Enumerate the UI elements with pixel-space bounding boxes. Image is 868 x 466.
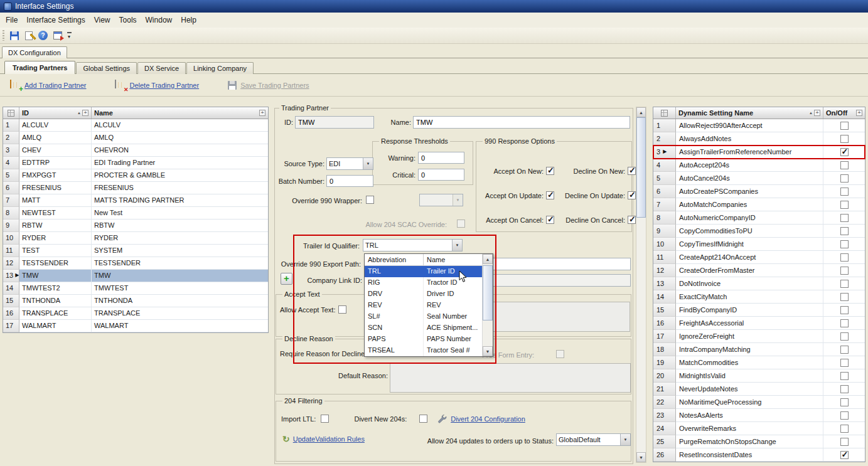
response-option-checkbox[interactable] xyxy=(628,216,636,224)
onoff-checkbox[interactable] xyxy=(840,319,849,327)
response-option-checkbox[interactable] xyxy=(546,167,554,175)
setting-name-cell[interactable]: NeverUpdateNotes xyxy=(676,383,823,396)
warning-field[interactable] xyxy=(418,152,464,164)
toolbar-gripper[interactable] xyxy=(3,30,4,41)
partner-id-cell[interactable]: TEST xyxy=(19,245,92,257)
onoff-checkbox[interactable] xyxy=(840,359,849,367)
partner-id-cell[interactable]: AMLQ xyxy=(19,132,92,144)
setting-row[interactable]: 26ResetInconsistentDates xyxy=(653,448,865,462)
setting-onoff-cell[interactable] xyxy=(823,317,865,330)
menu-interface-settings[interactable]: Interface Settings xyxy=(22,14,89,26)
partner-row[interactable]: 3CHEVCHEVRON xyxy=(3,144,268,157)
add-trading-partner-button[interactable]: Add Trading Partner xyxy=(10,80,86,90)
corner-header-cell[interactable] xyxy=(3,107,19,119)
add-company-link-button[interactable]: + xyxy=(281,273,292,285)
setting-row[interactable]: 15FindByCompanyID xyxy=(653,304,865,317)
partner-id-cell[interactable]: RYDER xyxy=(19,232,92,245)
setting-onoff-cell[interactable] xyxy=(823,159,865,172)
setting-row[interactable]: 25PurgeRematchOnStopsChange xyxy=(653,435,865,448)
partner-name-cell[interactable]: FRESENIUS xyxy=(92,182,268,194)
setting-name-cell[interactable]: FreightAsAccessorial xyxy=(676,317,823,330)
column-header-name[interactable]: Name + xyxy=(92,107,268,119)
partner-id-cell[interactable]: FRESENIUS xyxy=(19,182,92,194)
partner-row[interactable]: 15TNTHONDATNTHONDA xyxy=(3,295,268,307)
setting-row[interactable]: 19MatchCommodities xyxy=(653,356,865,369)
response-option-checkbox[interactable] xyxy=(546,191,554,199)
setting-row[interactable]: 16FreightAsAccessorial xyxy=(653,317,865,330)
scrollbar-thumb[interactable] xyxy=(483,265,493,320)
setting-row[interactable]: 7AutoMatchCompanies xyxy=(653,198,865,211)
tab-trading-partners[interactable]: Trading Partners xyxy=(4,61,75,74)
menu-file[interactable]: File xyxy=(1,14,22,26)
partner-row[interactable]: 4EDTTRPEDI Trading Partner xyxy=(3,157,268,169)
dropdown-scrollbar[interactable]: ▲ ▼ xyxy=(482,254,493,356)
onoff-checkbox[interactable] xyxy=(840,451,849,459)
menu-tools[interactable]: Tools xyxy=(115,14,141,26)
panel-scrollbar[interactable]: ▲ ▼ xyxy=(636,107,646,463)
setting-row[interactable]: 6AutoCreatePSCompanies xyxy=(653,185,865,198)
setting-onoff-cell[interactable] xyxy=(823,435,865,448)
partner-name-cell[interactable]: MATTS TRADING PARTNER xyxy=(92,194,268,207)
column-header-dynamic-setting-name[interactable]: Dynamic Setting Name ▲+ xyxy=(676,107,823,119)
setting-row[interactable]: 9CopyCommoditiesToPU xyxy=(653,225,865,238)
corner-header-cell[interactable] xyxy=(653,107,676,119)
partner-id-cell[interactable]: TMWTEST2 xyxy=(19,282,92,295)
partner-id-cell[interactable]: FMXPGGT xyxy=(19,169,92,182)
setting-onoff-cell[interactable] xyxy=(823,448,865,462)
partner-id-cell[interactable]: TESTSENDER xyxy=(19,257,92,270)
onoff-checkbox[interactable] xyxy=(840,346,849,354)
save-button[interactable] xyxy=(7,29,21,43)
setting-row[interactable]: 22NoMaritimeQueProcessing xyxy=(653,396,865,409)
partner-row[interactable]: 7MATTMATTS TRADING PARTNER xyxy=(3,194,268,207)
scroll-up-icon[interactable]: ▲ xyxy=(636,107,646,117)
partner-name-cell[interactable]: RYDER xyxy=(92,232,268,245)
setting-row[interactable]: 21NeverUpdateNotes xyxy=(653,383,865,396)
partner-name-cell[interactable]: PROCTER & GAMBLE xyxy=(92,169,268,182)
setting-name-cell[interactable]: MatchCommodities xyxy=(676,356,823,369)
scrollbar-thumb[interactable] xyxy=(636,117,646,218)
import-ltl-checkbox[interactable] xyxy=(321,415,329,423)
setting-onoff-cell[interactable] xyxy=(823,172,865,185)
allow-204-updates-status-select[interactable]: GlobalDefault ▼ xyxy=(556,433,631,446)
divert-new-204s-checkbox[interactable] xyxy=(419,415,427,423)
scrollbar-track[interactable] xyxy=(483,264,493,346)
partner-row[interactable]: 16TRANSPLACETRANSPLACE xyxy=(3,307,268,320)
menu-view[interactable]: View xyxy=(90,14,115,26)
add-trading-partner-link[interactable]: Add Trading Partner xyxy=(24,82,86,89)
setting-name-cell[interactable]: AutoNumericCompanyID xyxy=(676,211,823,225)
partner-name-cell[interactable]: EDI Trading Partner xyxy=(92,157,268,169)
setting-row[interactable]: 11CreateAppt214OnAccept xyxy=(653,251,865,264)
onoff-checkbox[interactable] xyxy=(840,148,849,156)
partner-row[interactable]: 5FMXPGGTPROCTER & GAMBLE xyxy=(3,169,268,182)
setting-name-cell[interactable]: AssignTrailerFromReferenceNumber xyxy=(676,146,823,159)
setting-row[interactable]: 17IgnoreZeroFreight xyxy=(653,330,865,343)
column-header-onoff[interactable]: On/Off + xyxy=(823,107,865,119)
allow-accept-text-checkbox[interactable] xyxy=(338,305,346,314)
onoff-checkbox[interactable] xyxy=(840,280,849,288)
help-button[interactable]: ? xyxy=(36,29,50,43)
setting-name-cell[interactable]: AutoMatchCompanies xyxy=(676,198,823,211)
chevron-down-icon[interactable]: ▼ xyxy=(363,158,373,169)
toolbar-overflow-button[interactable]: ▾ xyxy=(65,29,73,43)
onoff-checkbox[interactable] xyxy=(840,372,849,380)
setting-onoff-cell[interactable] xyxy=(823,290,865,304)
save-trading-partners-button[interactable]: Save Trading Partners xyxy=(228,81,309,90)
setting-row[interactable]: 23NotesAsAlerts xyxy=(653,409,865,422)
onoff-checkbox[interactable] xyxy=(840,214,849,222)
partner-id-cell[interactable]: NEWTEST xyxy=(19,207,92,220)
partner-name-cell[interactable]: AMLQ xyxy=(92,132,268,144)
partner-id-cell[interactable]: EDTTRP xyxy=(19,157,92,169)
setting-onoff-cell[interactable] xyxy=(823,356,865,369)
partner-id-cell[interactable]: TRANSPLACE xyxy=(19,307,92,320)
export-grid-button[interactable] xyxy=(50,29,65,43)
chevron-down-icon[interactable]: ▼ xyxy=(620,434,630,445)
scroll-down-icon[interactable]: ▼ xyxy=(636,452,646,462)
setting-onoff-cell[interactable] xyxy=(823,251,865,264)
setting-onoff-cell[interactable] xyxy=(823,132,865,146)
partner-id-cell[interactable]: MATT xyxy=(19,194,92,207)
setting-onoff-cell[interactable] xyxy=(823,238,865,251)
setting-name-cell[interactable]: CopyCommoditiesToPU xyxy=(676,225,823,238)
override-990-wrapper-checkbox[interactable] xyxy=(366,196,374,204)
setting-onoff-cell[interactable] xyxy=(823,146,865,159)
tab-global-settings[interactable]: Global Settings xyxy=(76,62,137,74)
